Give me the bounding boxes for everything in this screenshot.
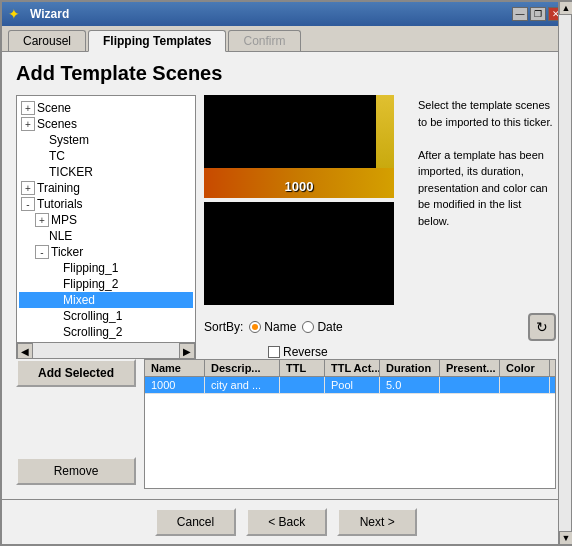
remove-button[interactable]: Remove: [16, 457, 136, 485]
add-selected-button[interactable]: Add Selected: [16, 359, 136, 387]
cancel-button[interactable]: Cancel: [155, 508, 236, 536]
back-button[interactable]: < Back: [246, 508, 327, 536]
tab-confirm: Confirm: [228, 30, 300, 51]
tree-label-mixed: Mixed: [63, 293, 95, 307]
td-duration-0: 5.0: [380, 377, 440, 393]
preview-label: 1000: [285, 179, 314, 194]
tree-item-training[interactable]: + Training: [19, 180, 193, 196]
title-bar: ✦ Wizard — ❐ ✕: [2, 2, 570, 26]
tab-flipping-templates[interactable]: Flipping Templates: [88, 30, 226, 52]
tree-item-mps[interactable]: + MPS: [19, 212, 193, 228]
tree-container[interactable]: + Scene + Scenes System TC: [17, 96, 195, 342]
sort-date-label: Date: [317, 320, 342, 334]
tree-item-nle[interactable]: NLE: [19, 228, 193, 244]
app-icon: ✦: [8, 6, 24, 22]
bottom-section: Add Selected Remove Name Descrip... TTL …: [16, 359, 556, 489]
tree-item-ticker2[interactable]: - Ticker: [19, 244, 193, 260]
tree-item-tutorials[interactable]: - Tutorials: [19, 196, 193, 212]
tabs-bar: Carousel Flipping Templates Confirm: [2, 26, 570, 52]
td-desc-0: city and ...: [205, 377, 280, 393]
scroll-track[interactable]: [33, 343, 179, 358]
tree-label-flipping2: Flipping_2: [63, 277, 118, 291]
tree-item-flipping2[interactable]: Flipping_2: [19, 276, 193, 292]
expander-scene[interactable]: +: [21, 101, 35, 115]
th-desc: Descrip...: [205, 360, 280, 376]
expander-scenes[interactable]: +: [21, 117, 35, 131]
table-header: Name Descrip... TTL TTL Act... Duration …: [145, 360, 555, 377]
tree-label-system: System: [49, 133, 89, 147]
content-area: + Scene + Scenes System TC: [16, 95, 556, 359]
restore-button[interactable]: ❐: [530, 7, 546, 21]
tree-scrollbar[interactable]: ◀ ▶: [17, 342, 195, 358]
th-duration: Duration: [380, 360, 440, 376]
description-text: Select the template scenes to be importe…: [418, 99, 553, 227]
reverse-row: Reverse: [204, 345, 556, 359]
expander-ticker2[interactable]: -: [35, 245, 49, 259]
tree-item-scene[interactable]: + Scene: [19, 100, 193, 116]
td-name-0: 1000: [145, 377, 205, 393]
footer: Cancel < Back Next >: [2, 499, 570, 544]
td-ttl-0: [280, 377, 325, 393]
tree-label-training: Training: [37, 181, 80, 195]
title-bar-left: ✦ Wizard: [8, 6, 69, 22]
tree-label-mps: MPS: [51, 213, 77, 227]
tree-label-scrolling2: Scrolling_2: [63, 325, 122, 339]
tree-label-ticker2: Ticker: [51, 245, 83, 259]
tree-label-tutorials: Tutorials: [37, 197, 83, 211]
sort-name-label: Name: [264, 320, 296, 334]
table-row[interactable]: 1000 city and ... Pool 5.0: [145, 377, 555, 394]
window-title: Wizard: [30, 7, 69, 21]
th-name: Name: [145, 360, 205, 376]
td-color-0: [500, 377, 550, 393]
th-presentation: Present...: [440, 360, 500, 376]
td-ttlact-0: Pool: [325, 377, 380, 393]
tree-label-nle: NLE: [49, 229, 72, 243]
reverse-checkbox[interactable]: [268, 346, 280, 358]
td-presentation-0: [440, 377, 500, 393]
tree-item-flipping1[interactable]: Flipping_1: [19, 260, 193, 276]
th-ttlact: TTL Act...: [325, 360, 380, 376]
next-button[interactable]: Next >: [337, 508, 417, 536]
preview-frame-1: 1000: [204, 95, 394, 198]
tree-label-scrolling1: Scrolling_1: [63, 309, 122, 323]
tree-item-system[interactable]: System: [19, 132, 193, 148]
tree-label-tc: TC: [49, 149, 65, 163]
expander-training[interactable]: +: [21, 181, 35, 195]
left-buttons: Add Selected Remove: [16, 359, 136, 489]
main-content: Add Template Scenes + Scene + Scenes: [2, 52, 570, 499]
tree-item-scrolling1[interactable]: Scrolling_1: [19, 308, 193, 324]
sort-date-radio[interactable]: [302, 321, 314, 333]
sort-bar: SortBy: Name Date ↻: [204, 309, 556, 345]
reverse-checkbox-item[interactable]: Reverse: [268, 345, 328, 359]
page-title: Add Template Scenes: [16, 62, 556, 85]
table-container: Name Descrip... TTL TTL Act... Duration …: [144, 359, 556, 489]
scroll-right-btn[interactable]: ▶: [179, 343, 195, 359]
tree-item-tc[interactable]: TC: [19, 148, 193, 164]
sort-name-radio[interactable]: [249, 321, 261, 333]
tree-item-ticker[interactable]: TICKER: [19, 164, 193, 180]
sort-date-option[interactable]: Date: [302, 320, 342, 334]
sortby-label: SortBy:: [204, 320, 243, 334]
expander-tutorials[interactable]: -: [21, 197, 35, 211]
tree-item-mixed[interactable]: Mixed: [19, 292, 193, 308]
scroll-left-btn[interactable]: ◀: [17, 343, 33, 359]
minimize-button[interactable]: —: [512, 7, 528, 21]
th-color: Color: [500, 360, 550, 376]
expander-mps[interactable]: +: [35, 213, 49, 227]
tree-label-ticker: TICKER: [49, 165, 93, 179]
preview-area: 1000 ▲ ▼ Select the template scenes to b…: [204, 95, 556, 305]
right-panel: 1000 ▲ ▼ Select the template scenes to b…: [204, 95, 556, 359]
preview-images: 1000: [204, 95, 412, 305]
th-ttl: TTL: [280, 360, 325, 376]
wizard-window: ✦ Wizard — ❐ ✕ Carousel Flipping Templat…: [0, 0, 572, 546]
tree-label-scenes: Scenes: [37, 117, 77, 131]
tree-label-scene: Scene: [37, 101, 71, 115]
tab-carousel[interactable]: Carousel: [8, 30, 86, 51]
sort-name-option[interactable]: Name: [249, 320, 296, 334]
tree-item-scrolling2[interactable]: Scrolling_2: [19, 324, 193, 340]
tree-item-scenes[interactable]: + Scenes: [19, 116, 193, 132]
reverse-label: Reverse: [283, 345, 328, 359]
refresh-button[interactable]: ↻: [528, 313, 556, 341]
table-body: 1000 city and ... Pool 5.0: [145, 377, 555, 488]
description-panel: Select the template scenes to be importe…: [416, 95, 556, 305]
